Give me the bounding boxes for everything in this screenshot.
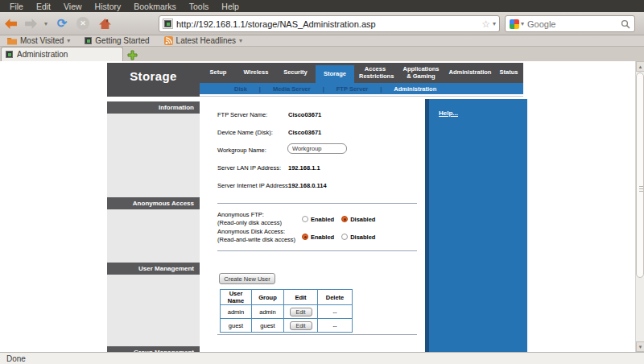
user-table: User Name Group Edit Delete admin admin … [220, 289, 353, 333]
menu-history[interactable]: History [89, 2, 128, 11]
server-lan-ip-value: 192.168.1.1 [288, 164, 320, 172]
nav-tab-administration[interactable]: Administration [446, 63, 494, 83]
vertical-scrollbar[interactable]: ▲ ▼ [635, 61, 644, 352]
help-panel: Help... [425, 99, 527, 352]
menu-bookmarks[interactable]: Bookmarks [127, 2, 183, 11]
anonymous-ftp-disabled-radio[interactable] [341, 216, 348, 222]
anonymous-disk-disabled-radio[interactable] [341, 234, 348, 240]
search-box[interactable]: ▾ [505, 15, 635, 32]
sidebar-section-information: Information [107, 101, 200, 114]
table-row: guest guest Edit -- [221, 319, 353, 333]
menu-file[interactable]: File [3, 2, 30, 11]
page-viewport: Storage Setup Wireless Security Storage … [0, 61, 635, 352]
back-icon[interactable] [0, 14, 21, 33]
scroll-up-icon[interactable]: ▲ [636, 61, 644, 72]
nav-tab-access-restrictions[interactable]: Access Restrictions [354, 63, 396, 83]
url-dropdown-icon[interactable]: ▾ [493, 20, 496, 27]
sidebar-panel [107, 209, 200, 263]
group-cell: guest [252, 319, 284, 333]
table-row: admin admin Edit -- [221, 305, 353, 319]
server-internet-ip-value: 192.168.0.114 [288, 182, 327, 189]
stop-icon[interactable]: ✕ [72, 14, 93, 33]
bookmark-most-visited[interactable]: Most Visited▾ [0, 35, 77, 47]
scroll-down-icon[interactable]: ▼ [636, 341, 644, 352]
tab-administration[interactable]: Administration [1, 47, 123, 61]
nav-tab-storage[interactable]: Storage [316, 65, 354, 83]
anonymous-ftp-label: Anonymous FTP: [217, 211, 264, 218]
page-title: Storage [107, 63, 200, 97]
nav-tab-applications-gaming[interactable]: Applications & Gaming [396, 63, 446, 83]
url-input[interactable] [176, 19, 481, 29]
subnav-media-server[interactable]: Media Server [261, 85, 323, 93]
help-panel-stripe [425, 99, 429, 352]
device-name-value: Cisco03671 [288, 129, 321, 136]
scrollbar-thumb[interactable] [636, 72, 644, 278]
status-bar: Done [0, 352, 644, 364]
anonymous-disk-label: Anonymous Disk Access: [217, 228, 285, 235]
table-header-row: User Name Group Edit Delete [221, 290, 353, 305]
home-icon[interactable] [93, 14, 116, 33]
help-link[interactable]: Help... [439, 110, 458, 117]
section-divider [217, 334, 417, 335]
tab-favicon [6, 51, 13, 58]
history-dropdown-icon[interactable]: ▾ [40, 14, 52, 33]
search-engine-icon[interactable] [510, 19, 519, 29]
search-engine-dropdown-icon[interactable]: ▾ [521, 20, 524, 27]
server-internet-ip-label: Server Internet IP Address: [217, 182, 290, 189]
search-magnifier-icon[interactable] [621, 19, 630, 29]
subnav-ftp-server[interactable]: FTP Server [324, 85, 380, 93]
forward-icon[interactable] [21, 14, 40, 33]
edit-user-admin-button[interactable]: Edit [290, 308, 312, 316]
url-bar[interactable]: ☆ ▾ [159, 15, 500, 32]
header-divider [200, 96, 523, 97]
sidebar-panel [107, 275, 200, 346]
anonymous-disk-radio-group: EnabledDisabled [302, 228, 382, 242]
menu-help[interactable]: Help [215, 2, 246, 11]
subnav-administration[interactable]: Administration [382, 85, 448, 93]
bookmark-latest-headlines[interactable]: Latest Headlines▾ [157, 35, 250, 47]
workgroup-name-label: Workgroup Name: [217, 147, 266, 154]
sidebar-section-group-management: Group Management [107, 346, 200, 352]
status-text: Done [6, 354, 26, 363]
group-cell: admin [252, 305, 284, 319]
getting-started-favicon [85, 37, 92, 44]
sidebar-section-anonymous-access: Anonymous Access [107, 197, 200, 209]
folder-icon [7, 37, 17, 45]
scrollbar-grip [639, 186, 643, 192]
delete-cell: -- [318, 319, 353, 333]
section-divider [217, 203, 417, 204]
rss-icon [164, 36, 173, 45]
sidebar-section-user-management: User Management [107, 263, 200, 275]
user-name-cell: guest [221, 319, 252, 333]
bookmark-star-icon[interactable]: ☆ [481, 19, 490, 30]
device-name-label: Device Name (Disk): [217, 129, 273, 136]
subnav-disk[interactable]: Disk [222, 85, 259, 93]
menu-view[interactable]: View [57, 2, 89, 11]
create-new-user-button[interactable]: Create New User [219, 273, 275, 284]
menu-edit[interactable]: Edit [30, 2, 57, 11]
nav-tab-status[interactable]: Status [494, 63, 523, 83]
server-lan-ip-label: Server LAN IP Address: [217, 164, 281, 172]
workgroup-name-input[interactable] [287, 143, 347, 154]
anonymous-ftp-sublabel: (Read-only disk access) [217, 219, 282, 226]
ftp-server-name-label: FTP Server Name: [217, 111, 267, 118]
main-nav: Setup Wireless Security Storage Access R… [200, 63, 523, 83]
anonymous-disk-enabled-radio[interactable] [302, 234, 308, 240]
anonymous-disk-sublabel: (Read-and-write disk access) [217, 236, 295, 243]
menu-tools[interactable]: Tools [183, 2, 216, 11]
reload-icon[interactable]: ⟳ [52, 14, 72, 33]
user-name-cell: admin [221, 305, 252, 319]
nav-tab-setup[interactable]: Setup [200, 63, 237, 83]
sidebar-panel [107, 114, 200, 197]
search-input[interactable] [527, 19, 621, 29]
menu-bar: File Edit View History Bookmarks Tools H… [0, 0, 644, 12]
anonymous-ftp-enabled-radio[interactable] [302, 216, 308, 222]
nav-tab-wireless[interactable]: Wireless [237, 63, 275, 83]
sub-nav: Disk | Media Server | FTP Server | Admin… [200, 83, 523, 94]
bookmark-getting-started[interactable]: Getting Started [77, 35, 156, 47]
delete-cell: -- [318, 305, 353, 319]
tab-bar: Administration [0, 47, 644, 61]
tab-title: Administration [17, 50, 68, 59]
nav-tab-security[interactable]: Security [275, 63, 316, 83]
edit-user-guest-button[interactable]: Edit [290, 321, 312, 330]
